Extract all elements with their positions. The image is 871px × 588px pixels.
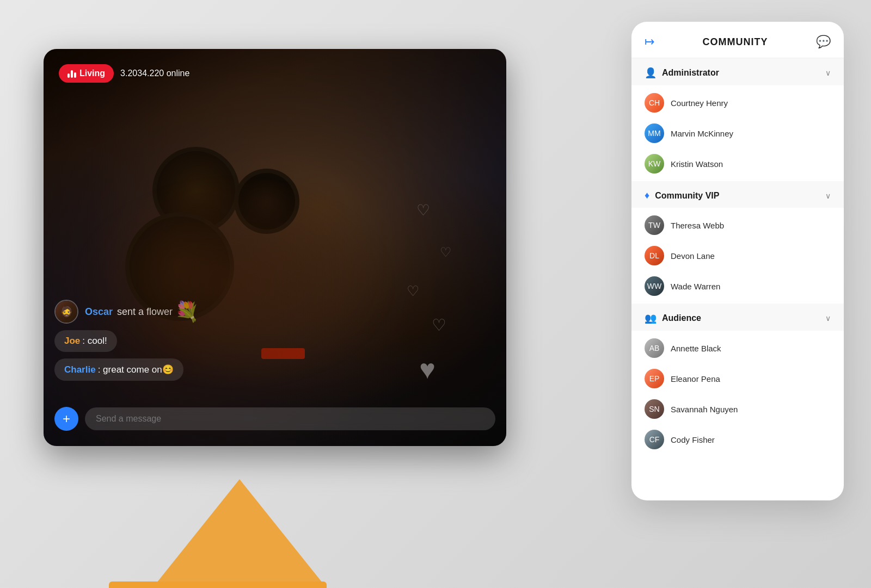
vip-label: Community VIP bbox=[655, 191, 719, 201]
administrator-title: 👤 Administrator bbox=[645, 67, 719, 79]
list-item: Charlie : great come on😊 bbox=[54, 358, 495, 381]
list-item[interactable]: SN Savannah Nguyen bbox=[631, 394, 844, 424]
flower-message: 🧔 Oscar sent a flower 💐 bbox=[54, 300, 495, 324]
list-item[interactable]: KW Kristin Watson bbox=[631, 148, 844, 179]
chat-icon[interactable]: 💬 bbox=[816, 35, 831, 49]
add-button[interactable]: + bbox=[54, 407, 78, 431]
message-input-row[interactable]: + bbox=[54, 407, 495, 431]
vip-chevron: ∨ bbox=[825, 191, 831, 200]
list-item[interactable]: MM Marvin McKinney bbox=[631, 118, 844, 148]
vip-icon: ♦ bbox=[645, 190, 649, 201]
orange-base-decoration bbox=[109, 581, 327, 588]
vip-title: ♦ Community VIP bbox=[645, 190, 719, 201]
bg-red-accent bbox=[261, 348, 305, 359]
section-vip[interactable]: ♦ Community VIP ∨ bbox=[631, 181, 844, 208]
audience-title: 👥 Audience bbox=[645, 312, 701, 324]
main-wrapper: ♡ ♡ ♡ ♡ ♥ Living 3.2034.220 online bbox=[0, 0, 871, 588]
live-label: Living bbox=[79, 69, 105, 78]
bg-shape-2 bbox=[234, 169, 299, 234]
live-badge: Living 3.2034.220 online bbox=[59, 64, 189, 83]
stream-panel: ♡ ♡ ♡ ♡ ♥ Living 3.2034.220 online bbox=[44, 49, 506, 446]
devon-avatar: DL bbox=[645, 246, 664, 265]
heart-icon-1: ♡ bbox=[416, 201, 430, 219]
kristin-name: Kristin Watson bbox=[671, 159, 723, 169]
kristin-avatar: KW bbox=[645, 154, 664, 174]
list-item: Joe : cool! bbox=[54, 330, 495, 352]
orange-triangle-decoration bbox=[152, 479, 327, 588]
devon-name: Devon Lane bbox=[671, 251, 715, 261]
joe-text: : cool! bbox=[82, 336, 107, 346]
eleanor-avatar: EP bbox=[645, 369, 664, 388]
eleanor-name: Eleanor Pena bbox=[671, 374, 720, 383]
courtney-name: Courtney Henry bbox=[671, 98, 728, 108]
cody-avatar: CF bbox=[645, 430, 664, 449]
heart-icon-2: ♡ bbox=[440, 245, 452, 260]
charlie-username: Charlie bbox=[64, 364, 96, 375]
courtney-avatar: CH bbox=[645, 93, 664, 113]
audience-icon: 👥 bbox=[645, 312, 657, 324]
section-administrator[interactable]: 👤 Administrator ∨ bbox=[631, 58, 844, 85]
savannah-avatar: SN bbox=[645, 399, 664, 419]
oscar-username: Oscar bbox=[85, 306, 113, 318]
add-icon: + bbox=[63, 412, 70, 425]
marvin-avatar: MM bbox=[645, 123, 664, 143]
charlie-text: : great come on😊 bbox=[98, 364, 174, 375]
wade-name: Wade Warren bbox=[671, 282, 720, 291]
flower-sent-text: sent a flower bbox=[117, 306, 173, 318]
online-count: 3.2034.220 online bbox=[120, 69, 189, 78]
annette-avatar: AB bbox=[645, 338, 664, 358]
stream-background: ♡ ♡ ♡ ♡ ♥ Living 3.2034.220 online bbox=[44, 49, 506, 446]
joe-message: Joe : cool! bbox=[54, 330, 117, 352]
administrator-label: Administrator bbox=[662, 68, 719, 78]
annette-name: Annette Black bbox=[671, 344, 721, 353]
administrator-chevron: ∨ bbox=[825, 69, 831, 77]
flower-emoji: 💐 bbox=[175, 300, 199, 323]
oscar-avatar-img: 🧔 bbox=[56, 301, 77, 323]
live-bars-icon bbox=[68, 69, 76, 78]
back-icon[interactable]: ↦ bbox=[645, 35, 654, 49]
heart-icon-3: ♡ bbox=[407, 283, 419, 300]
stream-vignette bbox=[44, 49, 506, 446]
administrator-member-list: CH Courtney Henry MM Marvin McKinney KW … bbox=[631, 85, 844, 181]
list-item[interactable]: TW Theresa Webb bbox=[631, 210, 844, 240]
audience-label: Audience bbox=[662, 313, 701, 323]
audience-member-list: AB Annette Black EP Eleanor Pena SN Sava… bbox=[631, 331, 844, 457]
message-input[interactable] bbox=[85, 407, 495, 430]
savannah-name: Savannah Nguyen bbox=[671, 405, 738, 414]
audience-chevron: ∨ bbox=[825, 314, 831, 323]
community-panel: ↦ COMMUNITY 💬 👤 Administrator ∨ CH Court… bbox=[631, 22, 844, 500]
live-bar-2 bbox=[71, 70, 73, 78]
panel-scroll[interactable]: 👤 Administrator ∨ CH Courtney Henry MM M… bbox=[631, 58, 844, 500]
list-item[interactable]: AB Annette Black bbox=[631, 333, 844, 363]
live-pill: Living bbox=[59, 64, 114, 83]
chat-overlay: 🧔 Oscar sent a flower 💐 Joe : cool! bbox=[44, 300, 506, 381]
theresa-avatar: TW bbox=[645, 215, 664, 235]
admin-icon: 👤 bbox=[645, 67, 657, 79]
charlie-message: Charlie : great come on😊 bbox=[54, 358, 183, 381]
bg-shape-3 bbox=[125, 212, 234, 321]
bg-shape-1 bbox=[152, 147, 240, 234]
theresa-name: Theresa Webb bbox=[671, 221, 724, 230]
list-item[interactable]: CH Courtney Henry bbox=[631, 88, 844, 118]
joe-username: Joe bbox=[64, 336, 80, 346]
oscar-avatar: 🧔 bbox=[54, 300, 78, 324]
marvin-name: Marvin McKinney bbox=[671, 129, 733, 138]
wade-avatar: WW bbox=[645, 276, 664, 296]
live-bar-3 bbox=[74, 72, 76, 78]
list-item[interactable]: CF Cody Fisher bbox=[631, 424, 844, 455]
vip-member-list: TW Theresa Webb DL Devon Lane WW Wade Wa… bbox=[631, 208, 844, 304]
community-title: COMMUNITY bbox=[703, 36, 768, 48]
live-bar-1 bbox=[68, 73, 70, 78]
section-audience[interactable]: 👥 Audience ∨ bbox=[631, 304, 844, 331]
panel-header: ↦ COMMUNITY 💬 bbox=[631, 22, 844, 58]
flower-text: Oscar sent a flower 💐 bbox=[85, 300, 199, 323]
cody-name: Cody Fisher bbox=[671, 435, 715, 444]
list-item[interactable]: DL Devon Lane bbox=[631, 240, 844, 271]
list-item[interactable]: EP Eleanor Pena bbox=[631, 363, 844, 394]
list-item[interactable]: WW Wade Warren bbox=[631, 271, 844, 301]
